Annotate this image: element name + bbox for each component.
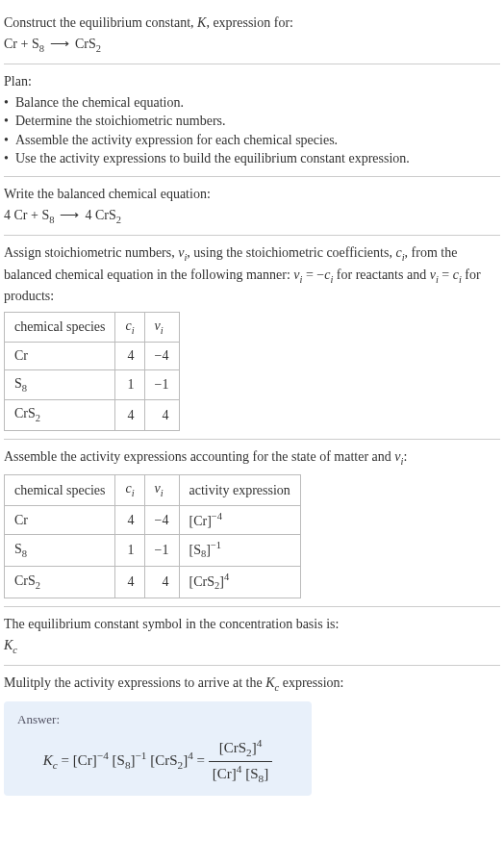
prompt-section: Construct the equilibrium constant, K, e… bbox=[4, 6, 500, 64]
activity-section: Assemble the activity expressions accoun… bbox=[4, 440, 500, 608]
col-ci: ci bbox=[115, 475, 144, 505]
plan-title: Plan: bbox=[4, 72, 500, 91]
table-row: CrS2 4 4 bbox=[5, 400, 180, 430]
activity-table: chemical species ci νi activity expressi… bbox=[4, 474, 301, 598]
answer-formula: Kc = [Cr]−4 [S8]−1 [CrS2]4 = [CrS2]4[Cr]… bbox=[17, 736, 298, 787]
reactant-s8: S8 bbox=[32, 37, 44, 51]
balanced-title: Write the balanced chemical equation: bbox=[4, 185, 500, 204]
stoich-table: chemical species ci νi Cr 4 −4 S8 1 −1 C… bbox=[4, 312, 180, 431]
answer-section: Mulitply the activity expressions to arr… bbox=[4, 666, 500, 803]
col-nui: νi bbox=[144, 475, 179, 505]
stoich-intro: Assign stoichiometric numbers, νi, using… bbox=[4, 243, 500, 306]
plan-section: Plan: •Balance the chemical equation. •D… bbox=[4, 64, 500, 177]
cell-ci: 4 bbox=[115, 567, 144, 598]
cell-nui: 4 bbox=[144, 567, 179, 598]
prompt-text: Construct the equilibrium constant, bbox=[4, 15, 197, 30]
symbol-section: The equilibrium constant symbol in the c… bbox=[4, 607, 500, 666]
balanced-equation: 4 Cr + S8⟶4 CrS2 bbox=[4, 206, 500, 227]
col-activity: activity expression bbox=[179, 475, 300, 505]
product-crs2: CrS2 bbox=[75, 37, 101, 51]
cell-ci: 1 bbox=[115, 534, 144, 566]
table-row: CrS2 4 4 [CrS2]4 bbox=[5, 567, 301, 598]
table-row: Cr 4 −4 bbox=[5, 343, 180, 370]
cell-ci: 4 bbox=[115, 505, 144, 534]
cell-species: CrS2 bbox=[5, 567, 115, 598]
arrow-icon: ⟶ bbox=[44, 37, 75, 51]
cell-species: Cr bbox=[5, 505, 115, 534]
term-4crs2: 4 CrS2 bbox=[85, 208, 121, 222]
fraction: [CrS2]4[Cr]4 [S8] bbox=[209, 736, 272, 787]
stoich-section: Assign stoichiometric numbers, νi, using… bbox=[4, 236, 500, 440]
k-symbol: K bbox=[197, 15, 206, 30]
cell-species: S8 bbox=[5, 369, 115, 399]
answer-box: Answer: Kc = [Cr]−4 [S8]−1 [CrS2]4 = [Cr… bbox=[4, 701, 312, 797]
kc-symbol: Kc bbox=[4, 636, 500, 657]
bullet-icon: • bbox=[4, 112, 15, 131]
bullet-icon: • bbox=[4, 93, 15, 113]
plan-item: •Use the activity expressions to build t… bbox=[4, 149, 500, 168]
plan-item: •Determine the stoichiometric numbers. bbox=[4, 112, 500, 131]
balanced-section: Write the balanced chemical equation: 4 … bbox=[4, 177, 500, 236]
plus-sign: + bbox=[28, 208, 42, 222]
col-nui: νi bbox=[144, 312, 179, 342]
prompt-line: Construct the equilibrium constant, K, e… bbox=[4, 13, 500, 33]
cell-species: Cr bbox=[5, 343, 115, 370]
answer-label: Answer: bbox=[17, 711, 298, 728]
term-s8: S8 bbox=[41, 208, 54, 222]
table-row: S8 1 −1 bbox=[5, 369, 180, 399]
cell-nui: 4 bbox=[144, 400, 179, 430]
cell-activity: [CrS2]4 bbox=[179, 567, 300, 598]
plan-item: •Assemble the activity expression for ea… bbox=[4, 131, 500, 150]
reactant-cr: Cr bbox=[4, 37, 17, 51]
multiply-line: Mulitply the activity expressions to arr… bbox=[4, 674, 500, 695]
bullet-icon: • bbox=[4, 131, 15, 150]
table-header-row: chemical species ci νi activity expressi… bbox=[5, 475, 301, 505]
cell-nui: −4 bbox=[144, 343, 179, 370]
cell-nui: −1 bbox=[144, 369, 179, 399]
plan-list: •Balance the chemical equation. •Determi… bbox=[4, 93, 500, 168]
cell-activity: [Cr]−4 bbox=[179, 505, 300, 534]
plan-item: •Balance the chemical equation. bbox=[4, 93, 500, 113]
bullet-icon: • bbox=[4, 149, 15, 168]
table-row: Cr 4 −4 [Cr]−4 bbox=[5, 505, 301, 534]
col-species: chemical species bbox=[5, 475, 115, 505]
col-species: chemical species bbox=[5, 312, 115, 342]
plus-sign: + bbox=[17, 37, 32, 51]
fraction-numerator: [CrS2]4 bbox=[209, 736, 272, 762]
cell-species: S8 bbox=[5, 534, 115, 566]
symbol-line: The equilibrium constant symbol in the c… bbox=[4, 615, 500, 634]
cell-ci: 1 bbox=[115, 369, 144, 399]
table-header-row: chemical species ci νi bbox=[5, 312, 180, 342]
prompt-text-2: , expression for: bbox=[206, 15, 293, 30]
cell-species: CrS2 bbox=[5, 400, 115, 430]
cell-ci: 4 bbox=[115, 343, 144, 370]
col-ci: ci bbox=[115, 312, 144, 342]
cell-activity: [S8]−1 bbox=[179, 534, 300, 566]
cell-ci: 4 bbox=[115, 400, 144, 430]
arrow-icon: ⟶ bbox=[54, 208, 85, 222]
fraction-denominator: [Cr]4 [S8] bbox=[209, 762, 272, 787]
unbalanced-equation: Cr + S8⟶CrS2 bbox=[4, 35, 500, 56]
table-row: S8 1 −1 [S8]−1 bbox=[5, 534, 301, 566]
term-4cr: 4 Cr bbox=[4, 208, 28, 222]
cell-nui: −1 bbox=[144, 534, 179, 566]
cell-nui: −4 bbox=[144, 505, 179, 534]
activity-intro: Assemble the activity expressions accoun… bbox=[4, 447, 500, 469]
